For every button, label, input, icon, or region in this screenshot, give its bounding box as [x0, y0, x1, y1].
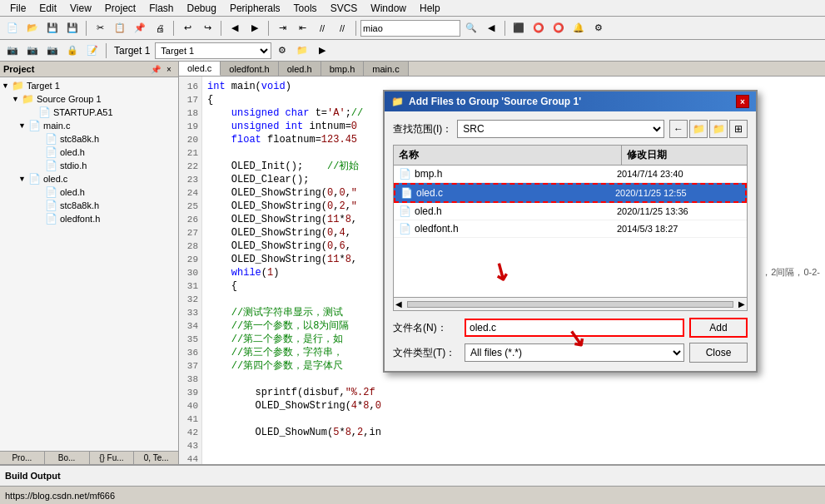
- file-item-oledfont[interactable]: 📄 oledfont.h 2014/5/3 18:27: [394, 220, 747, 238]
- file-list-col-name: 名称: [394, 146, 622, 165]
- tree-file-main[interactable]: ▼ 📄 main.c: [2, 119, 176, 132]
- menu-flash[interactable]: Flash: [142, 0, 180, 17]
- build-btn1[interactable]: ⭕: [529, 19, 548, 37]
- settings-btn[interactable]: ⚙: [589, 19, 608, 37]
- filetype-select[interactable]: All files (*.*): [465, 343, 684, 362]
- build-btn3[interactable]: 🔔: [569, 19, 588, 37]
- file-list-scrollbar[interactable]: ◀ ▶: [393, 298, 748, 311]
- menu-svcs[interactable]: SVCS: [324, 0, 365, 17]
- tb2-btn5[interactable]: 📝: [83, 42, 102, 60]
- menu-tools[interactable]: Tools: [287, 0, 324, 17]
- sidebar-header: Project 📌 ×: [0, 62, 178, 77]
- new-btn[interactable]: 📄: [3, 19, 22, 37]
- dialog-titlebar: 📁 Add Files to Group 'Source Group 1' ×: [385, 91, 756, 111]
- paste-btn[interactable]: 📌: [131, 19, 149, 37]
- tb2-btn2[interactable]: 📷: [23, 42, 42, 60]
- run-btn[interactable]: ▶: [313, 42, 331, 60]
- tab-mainc[interactable]: main.c: [364, 62, 408, 76]
- close-btn[interactable]: Close: [689, 343, 748, 363]
- unindent-btn[interactable]: ⇤: [293, 19, 311, 37]
- menu-help[interactable]: Help: [413, 0, 447, 17]
- build-stop-btn[interactable]: ⬛: [509, 19, 528, 37]
- undo-btn[interactable]: ↩: [178, 19, 196, 37]
- save-btn[interactable]: 💾: [43, 19, 62, 37]
- tree-file-oledfont[interactable]: 📄 oledfont.h: [2, 212, 176, 225]
- sidebar-tabs: Pro... Bo... {} Fu... 0, Te...: [0, 451, 178, 464]
- tree-file-stdio[interactable]: 📄 stdio.h: [2, 159, 176, 172]
- file-name-bmph: bmp.h: [415, 168, 617, 180]
- copy-btn[interactable]: 📋: [111, 19, 129, 37]
- tree-file-stc2[interactable]: 📄 stc8a8k.h: [2, 199, 176, 212]
- save-all-btn[interactable]: 💾: [63, 19, 82, 37]
- file-item-bmph[interactable]: 📄 bmp.h 2014/7/14 23:40: [394, 166, 747, 183]
- comment-btn[interactable]: //: [313, 19, 331, 37]
- location-row: 查找范围(I)： SRC ← 📁 📁 ⊞: [393, 120, 748, 138]
- sidebar-tab-project[interactable]: Pro...: [0, 452, 45, 464]
- tab-oledc[interactable]: oled.c: [179, 62, 221, 76]
- menu-peripherals[interactable]: Peripherals: [223, 0, 287, 17]
- tab-oledh[interactable]: oled.h: [279, 62, 321, 76]
- uncomment-btn[interactable]: //: [333, 19, 351, 37]
- indent-btn[interactable]: ⇥: [273, 19, 291, 37]
- sidebar-close-btn[interactable]: ×: [163, 63, 175, 75]
- nav-back-btn[interactable]: ◀: [226, 19, 244, 37]
- tab-bmph[interactable]: bmp.h: [321, 62, 365, 76]
- tree-file-startup[interactable]: 📄 STARTUP.A51: [2, 106, 176, 119]
- file-icon-oledfont: 📄: [399, 223, 411, 235]
- nav-fwd-btn[interactable]: ▶: [246, 19, 264, 37]
- scroll-track[interactable]: [407, 301, 733, 308]
- open-btn[interactable]: 📂: [23, 19, 42, 37]
- code-line-43: [207, 439, 820, 452]
- target-settings-btn[interactable]: ⚙: [273, 42, 291, 60]
- search-prev-btn[interactable]: ◀: [482, 19, 500, 37]
- menu-file[interactable]: File: [3, 0, 32, 17]
- sidebar-pin-btn[interactable]: 📌: [150, 63, 162, 75]
- filename-input[interactable]: [465, 319, 684, 337]
- nav-up-btn[interactable]: ←: [669, 120, 688, 138]
- menu-project[interactable]: Project: [98, 0, 142, 17]
- sidebar-tab-book[interactable]: Bo...: [45, 452, 90, 464]
- target-select[interactable]: Target 1: [155, 42, 271, 59]
- build-btn2[interactable]: ⭕: [549, 19, 568, 37]
- tree-file-oledc[interactable]: ▼ 📄 oled.c: [2, 172, 176, 185]
- tb2-btn4[interactable]: 🔒: [63, 42, 82, 60]
- file-icon-bmph: 📄: [399, 168, 411, 180]
- search-input[interactable]: [360, 20, 460, 37]
- tree-file-oledh1[interactable]: 📄 oled.h: [2, 146, 176, 159]
- file-item-oledc[interactable]: 📄 oled.c 2020/11/25 12:55: [394, 183, 747, 203]
- add-btn[interactable]: Add: [689, 318, 748, 338]
- location-label: 查找范围(I)：: [393, 122, 452, 136]
- redo-btn[interactable]: ↪: [198, 19, 216, 37]
- cut-btn[interactable]: ✂: [91, 19, 109, 37]
- nav-newfolder-btn[interactable]: 📁: [689, 120, 708, 138]
- tree-source-group[interactable]: ▼ 📁 Source Group 1: [2, 92, 176, 106]
- tb2-btn3[interactable]: 📷: [43, 42, 62, 60]
- tree-file-stc1[interactable]: 📄 stc8a8k.h: [2, 132, 176, 146]
- tab-bar: oled.c oledfont.h oled.h bmp.h main.c: [179, 62, 825, 77]
- sep6: [504, 21, 505, 36]
- sidebar-tab-template[interactable]: 0, Te...: [134, 452, 178, 464]
- search-btn[interactable]: 🔍: [462, 19, 480, 37]
- tb2-btn1[interactable]: 📷: [3, 42, 22, 60]
- tree-root[interactable]: ▼ 📁 Target 1: [2, 79, 176, 92]
- tree-file-startup-label: STARTUP.A51: [53, 107, 113, 117]
- sidebar-tab-func[interactable]: {} Fu...: [90, 452, 135, 464]
- print-btn[interactable]: 🖨: [151, 19, 169, 37]
- menu-debug[interactable]: Debug: [181, 0, 223, 17]
- manage-btn[interactable]: 📁: [293, 42, 311, 60]
- menu-window[interactable]: Window: [364, 0, 413, 17]
- file-date-bmph: 2014/7/14 23:40: [617, 169, 742, 179]
- nav-view-btn[interactable]: ⊞: [729, 120, 748, 138]
- nav-create-btn[interactable]: 📁: [709, 120, 728, 138]
- tree-file-oledh2[interactable]: 📄 oled.h: [2, 185, 176, 199]
- dialog-close-btn[interactable]: ×: [736, 95, 749, 108]
- menu-view[interactable]: View: [63, 0, 98, 17]
- file-item-oledh[interactable]: 📄 oled.h 2020/11/25 13:36: [394, 203, 747, 220]
- file-icon-startup: 📄: [38, 106, 52, 118]
- code-line-44: [207, 452, 820, 464]
- menu-edit[interactable]: Edit: [32, 0, 63, 17]
- location-select[interactable]: SRC: [457, 120, 664, 138]
- tab-oledfont[interactable]: oledfont.h: [221, 62, 278, 76]
- project-tree: ▼ 📁 Target 1 ▼ 📁 Source Group 1 📄 STARTU…: [0, 77, 178, 451]
- file-list[interactable]: 📄 bmp.h 2014/7/14 23:40 📄 oled.c 2020/11…: [393, 165, 748, 298]
